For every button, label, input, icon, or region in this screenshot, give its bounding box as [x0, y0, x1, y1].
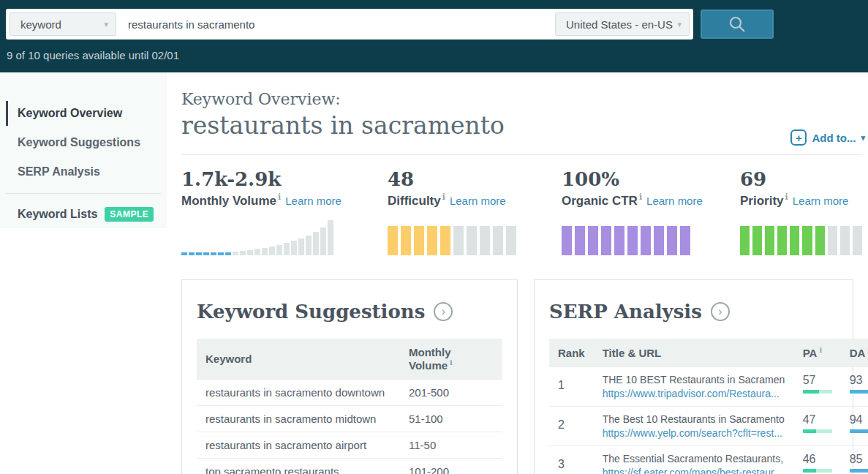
- add-to-button[interactable]: + Add to... ▾: [790, 129, 865, 146]
- open-serp-icon[interactable]: ›: [711, 302, 730, 321]
- table-row[interactable]: restaurants in sacramento downtown 201-5…: [197, 380, 502, 406]
- da-bar-fill: [850, 390, 868, 394]
- pa-bar: [803, 469, 832, 473]
- suggestion-keyword: restaurants in sacramento airport: [197, 432, 400, 459]
- metric-value: 100%: [562, 168, 740, 190]
- table-row[interactable]: restaurants in sacramento airport 11-50: [197, 432, 502, 459]
- chevron-down-icon: ▾: [861, 133, 865, 143]
- suggestion-volume: 11-50: [400, 432, 502, 459]
- search-input[interactable]: [116, 18, 555, 31]
- pa-score: 57: [803, 374, 832, 387]
- monthly-volume-chart: [181, 220, 388, 255]
- info-icon[interactable]: i: [278, 192, 281, 202]
- metric-difficulty: 48 DifficultyiLearn more: [388, 168, 562, 255]
- sidebar-item-keyword-lists[interactable]: Keyword Lists SAMPLE: [0, 207, 167, 222]
- sidebar-item-keyword-suggestions[interactable]: Keyword Suggestions: [0, 128, 167, 157]
- learn-more-link[interactable]: Learn more: [793, 195, 849, 207]
- suggestions-table-body: restaurants in sacramento downtown 201-5…: [197, 380, 502, 474]
- table-row[interactable]: restaurants in sacramento midtown 51-100: [197, 406, 502, 432]
- table-row[interactable]: top sacramento restaurants 101-200: [197, 459, 502, 474]
- locale-select[interactable]: United States - en-US ▾: [555, 12, 690, 36]
- column-header-rank: Rank: [549, 339, 594, 367]
- serp-result-url[interactable]: https://www.yelp.com/search?cflt=rest...: [603, 427, 785, 439]
- serp-rank: 1: [549, 367, 594, 407]
- metric-value: 48: [388, 168, 562, 190]
- da-bar: [850, 469, 868, 473]
- pa-bar-fill: [803, 390, 820, 394]
- sidebar-item-label: Keyword Suggestions: [18, 136, 140, 149]
- serp-rank: 3: [549, 446, 594, 474]
- table-row[interactable]: 1 THE 10 BEST Restaurants in Sacrament..…: [549, 367, 868, 407]
- page-title: Keyword Overview:: [181, 90, 868, 108]
- serp-analysis-card: SERP Analysis › Rank Title & URL PAi DAi…: [534, 279, 853, 474]
- metric-label: Monthly Volume: [181, 194, 276, 208]
- column-header-title-url: Title & URL: [594, 339, 794, 367]
- column-header-monthly-volume: Monthly Volumei: [400, 339, 502, 380]
- da-score: 94: [850, 413, 868, 426]
- serp-result-url[interactable]: https://sf.eater.com/maps/best-restaur..…: [603, 467, 785, 474]
- page-keyword: restaurants in sacramento: [181, 111, 868, 140]
- info-icon[interactable]: i: [639, 192, 642, 202]
- metric-monthly-volume: 1.7k-2.9k Monthly VolumeiLearn more: [181, 168, 388, 255]
- sidebar-item-label: Keyword Lists: [18, 208, 97, 221]
- learn-more-link[interactable]: Learn more: [450, 195, 506, 207]
- metric-value: 1.7k-2.9k: [181, 168, 388, 190]
- sidebar-item-serp-analysis[interactable]: SERP Analysis: [0, 157, 167, 187]
- sidebar-item-label: Keyword Overview: [18, 107, 122, 120]
- locale-value: United States - en-US: [566, 18, 673, 31]
- da-score: 93: [850, 374, 868, 387]
- serp-result-title: THE 10 BEST Restaurants in Sacrament...: [603, 374, 785, 385]
- metric-label: Difficulty: [388, 194, 441, 208]
- queries-available-notice: 9 of 10 queries available until 02/01: [7, 49, 179, 61]
- pa-bar: [803, 429, 832, 433]
- suggestion-keyword: top sacramento restaurants: [197, 459, 400, 474]
- da-bar-fill: [850, 429, 868, 433]
- serp-result-url[interactable]: https://www.tripadvisor.com/Restaura...: [603, 388, 785, 399]
- plus-icon: +: [790, 129, 807, 146]
- add-to-label: Add to...: [812, 132, 856, 144]
- learn-more-link[interactable]: Learn more: [285, 195, 341, 207]
- pa-score: 47: [803, 413, 832, 426]
- serp-result-title: The Best 10 Restaurants in Sacramento...: [603, 413, 785, 425]
- table-row[interactable]: 3 The Essential Sacramento Restaurants, …: [549, 446, 868, 474]
- pa-bar-fill: [803, 469, 816, 473]
- search-type-select[interactable]: keyword ▾: [10, 12, 116, 36]
- metric-priority: 69 PriorityiLearn more: [740, 168, 862, 255]
- open-suggestions-icon[interactable]: ›: [434, 302, 453, 321]
- search-bar: keyword ▾ United States - en-US ▾: [6, 9, 693, 40]
- serp-rank: 2: [549, 407, 594, 446]
- sidebar-item-label: SERP Analysis: [18, 165, 100, 178]
- suggestions-table: Keyword Monthly Volumei restaurants in s…: [197, 339, 502, 474]
- serp-table: Rank Title & URL PAi DAi 1 THE 10 BEST R…: [549, 339, 868, 474]
- metric-value: 69: [740, 168, 862, 190]
- search-type-value: keyword: [20, 18, 61, 31]
- column-header-pa: PAi: [794, 339, 841, 367]
- serp-table-body: 1 THE 10 BEST Restaurants in Sacrament..…: [549, 367, 868, 474]
- organic-ctr-chart: [562, 220, 740, 255]
- da-bar-fill: [850, 469, 868, 473]
- sidebar-item-keyword-overview[interactable]: Keyword Overview: [0, 99, 167, 128]
- da-bar: [850, 390, 868, 394]
- chevron-down-icon: ▾: [677, 20, 682, 29]
- search-button[interactable]: [701, 10, 774, 39]
- serp-result-title: The Essential Sacramento Restaurants, ..…: [603, 453, 785, 464]
- column-header-keyword: Keyword: [197, 339, 400, 380]
- da-score: 85: [850, 453, 868, 466]
- info-icon[interactable]: i: [785, 192, 788, 202]
- sample-badge: SAMPLE: [105, 207, 154, 222]
- keyword-suggestions-card: Keyword Suggestions › Keyword Monthly Vo…: [181, 279, 518, 474]
- sidebar-divider: [6, 193, 161, 194]
- info-icon[interactable]: i: [819, 346, 822, 354]
- table-row[interactable]: 2 The Best 10 Restaurants in Sacramento.…: [549, 407, 868, 446]
- column-header-da: DAi: [841, 339, 868, 367]
- info-icon[interactable]: i: [442, 192, 445, 202]
- priority-chart: [740, 220, 862, 255]
- suggestion-keyword: restaurants in sacramento downtown: [197, 380, 400, 406]
- info-icon[interactable]: i: [450, 358, 453, 366]
- divider: [181, 154, 862, 155]
- metric-label: Organic CTR: [562, 194, 638, 208]
- sidebar: Keyword Overview Keyword Suggestions SER…: [0, 72, 167, 228]
- metric-label: Priority: [740, 194, 784, 208]
- learn-more-link[interactable]: Learn more: [646, 195, 703, 207]
- chevron-down-icon: ▾: [104, 20, 108, 29]
